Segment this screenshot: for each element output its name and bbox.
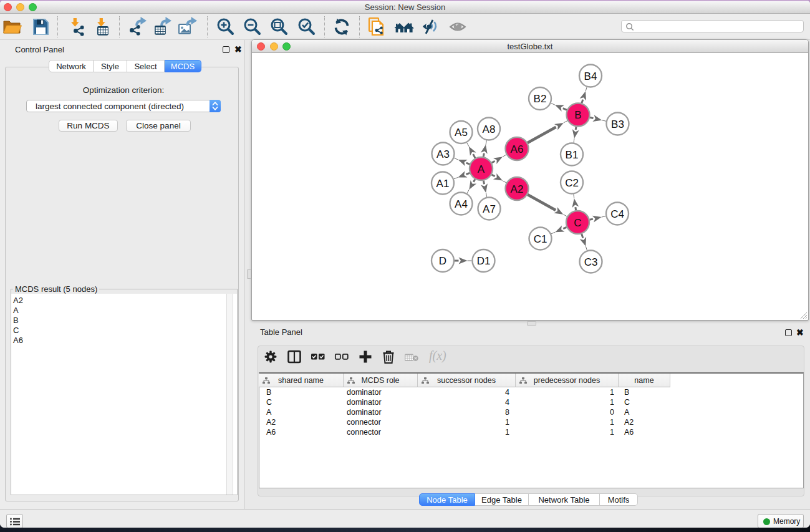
- svg-text:A7: A7: [483, 203, 496, 215]
- svg-text:B4: B4: [584, 70, 597, 82]
- svg-text:B3: B3: [611, 118, 624, 130]
- svg-text:A6: A6: [511, 143, 524, 155]
- svg-text:A8: A8: [483, 123, 496, 135]
- svg-text:C3: C3: [584, 256, 598, 268]
- svg-text:C1: C1: [534, 233, 547, 245]
- svg-text:A4: A4: [455, 198, 468, 210]
- svg-text:B2: B2: [534, 93, 547, 105]
- svg-text:C2: C2: [565, 177, 579, 189]
- svg-text:C4: C4: [610, 208, 624, 220]
- svg-text:A: A: [478, 163, 485, 175]
- svg-text:B1: B1: [566, 149, 579, 161]
- svg-text:A2: A2: [511, 183, 524, 195]
- svg-text:A5: A5: [455, 127, 468, 138]
- svg-text:B: B: [574, 109, 581, 121]
- svg-text:C: C: [574, 217, 581, 229]
- svg-text:D: D: [439, 255, 446, 267]
- svg-text:A1: A1: [436, 178, 450, 190]
- svg-text:D1: D1: [477, 255, 491, 267]
- svg-text:A3: A3: [436, 148, 450, 160]
